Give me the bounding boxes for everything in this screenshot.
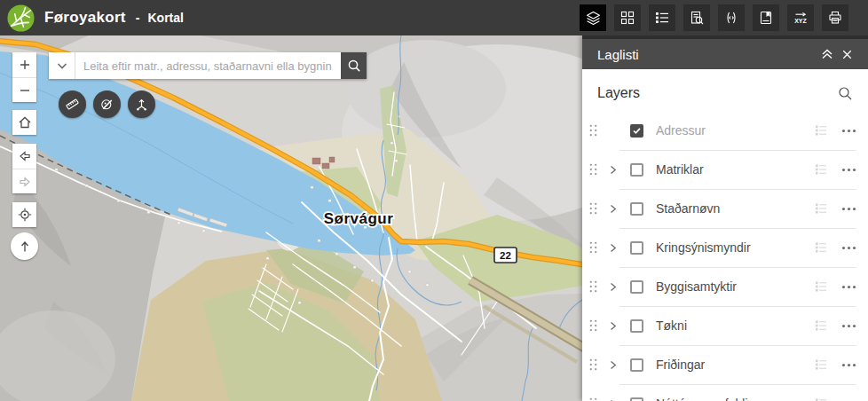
layer-options-button[interactable] bbox=[841, 246, 856, 250]
layer-legend-button[interactable] bbox=[815, 241, 827, 254]
layer-options-button[interactable] bbox=[841, 207, 856, 211]
layer-legend-button[interactable] bbox=[815, 358, 827, 371]
collapse-panel-button[interactable] bbox=[817, 44, 837, 64]
plus-icon bbox=[19, 59, 31, 71]
layer-label: Kringsýnismyndir bbox=[656, 240, 815, 255]
bookmarks-button[interactable] bbox=[753, 4, 779, 31]
legend-icon bbox=[815, 241, 827, 254]
north-arrow-icon bbox=[18, 240, 32, 254]
locate-icon bbox=[18, 208, 32, 222]
search-submit-button[interactable] bbox=[341, 52, 367, 79]
layer-search-button[interactable] bbox=[835, 83, 855, 103]
home-button[interactable] bbox=[12, 110, 36, 135]
drag-handle[interactable] bbox=[588, 162, 598, 177]
svg-text:XYZ: XYZ bbox=[794, 18, 807, 24]
layer-legend-button[interactable] bbox=[815, 163, 827, 176]
drag-handle[interactable] bbox=[588, 318, 598, 333]
legend-icon bbox=[815, 163, 827, 176]
legend-icon bbox=[815, 358, 827, 371]
layer-row: Kringsýnismyndir bbox=[582, 228, 868, 267]
close-panel-button[interactable] bbox=[837, 44, 856, 64]
layer-visibility-checkbox[interactable] bbox=[630, 202, 643, 216]
previous-extent-button[interactable] bbox=[12, 144, 36, 169]
layer-visibility-checkbox[interactable] bbox=[630, 319, 643, 333]
layer-visibility-checkbox[interactable] bbox=[630, 358, 643, 372]
print-button[interactable] bbox=[822, 4, 848, 31]
expand-layer-button[interactable] bbox=[610, 360, 618, 370]
next-extent-button[interactable] bbox=[12, 169, 36, 193]
search-source-dropdown[interactable] bbox=[49, 52, 75, 79]
swipe-button[interactable] bbox=[718, 4, 745, 31]
print-icon bbox=[828, 11, 842, 25]
basemap-gallery-button[interactable] bbox=[614, 4, 641, 31]
search-input[interactable] bbox=[75, 52, 341, 79]
layer-options-button[interactable] bbox=[841, 129, 856, 133]
ellipsis-icon bbox=[841, 324, 856, 328]
title-separator: - bbox=[136, 11, 140, 25]
locate-group bbox=[12, 202, 36, 227]
zoom-out-button[interactable] bbox=[12, 77, 36, 102]
layer-legend-button[interactable] bbox=[815, 124, 827, 137]
layer-row: Náttúrumargfeldi bbox=[582, 384, 868, 401]
layer-row: Friðingar bbox=[582, 345, 868, 384]
ellipsis-icon bbox=[841, 168, 856, 172]
layer-list: Adressur bbox=[582, 111, 868, 401]
close-icon bbox=[840, 48, 854, 61]
chevron-right-icon bbox=[610, 321, 617, 331]
expand-layer-button[interactable] bbox=[610, 165, 618, 175]
drag-handle[interactable] bbox=[588, 240, 598, 255]
layer-legend-button[interactable] bbox=[815, 280, 827, 293]
expand-layer-button[interactable] bbox=[610, 282, 618, 292]
layer-options-button[interactable] bbox=[841, 324, 856, 328]
layer-visibility-checkbox[interactable] bbox=[630, 163, 643, 177]
collapse-up-icon bbox=[820, 47, 834, 61]
svg-text:22: 22 bbox=[500, 250, 511, 261]
measure-button[interactable] bbox=[59, 90, 86, 118]
drag-handle[interactable] bbox=[588, 397, 598, 401]
layer-legend-button[interactable] bbox=[815, 319, 827, 332]
legend-icon bbox=[815, 319, 827, 332]
road-shield-22: 22 bbox=[494, 248, 517, 263]
map-tools bbox=[59, 90, 155, 118]
layer-options-button[interactable] bbox=[841, 363, 856, 367]
drag-handle[interactable] bbox=[588, 123, 598, 138]
locate-button[interactable] bbox=[12, 202, 36, 227]
expand-layer-button[interactable] bbox=[610, 126, 618, 136]
layer-visibility-checkbox[interactable] bbox=[630, 241, 643, 255]
legend-button[interactable] bbox=[649, 4, 675, 31]
layer-visibility-checkbox[interactable] bbox=[630, 397, 643, 401]
draw-button[interactable] bbox=[93, 90, 121, 118]
drag-handle[interactable] bbox=[588, 279, 598, 294]
layer-list-panel: Laglisti Layers bbox=[582, 35, 868, 401]
panel-title: Laglisti bbox=[597, 47, 639, 62]
arrow-right-icon bbox=[18, 175, 32, 189]
feature-search-button[interactable] bbox=[683, 4, 710, 31]
chevron-down-icon bbox=[56, 60, 68, 71]
layer-options-button[interactable] bbox=[841, 285, 856, 289]
layer-visibility-checkbox[interactable] bbox=[630, 280, 643, 294]
home-extent-group bbox=[12, 110, 36, 135]
legend-icon bbox=[815, 202, 827, 215]
drag-handle[interactable] bbox=[588, 201, 598, 216]
expand-layer-button[interactable] bbox=[610, 243, 618, 253]
extent-nav-controls bbox=[12, 144, 36, 193]
share-button[interactable] bbox=[128, 90, 155, 118]
north-arrow-button[interactable] bbox=[11, 232, 38, 260]
zoom-in-button[interactable] bbox=[12, 52, 36, 77]
layer-label: Byggisamtyktir bbox=[656, 279, 815, 294]
expand-layer-button[interactable] bbox=[610, 321, 618, 331]
ellipsis-icon bbox=[841, 246, 856, 250]
layer-list-button[interactable] bbox=[580, 4, 606, 31]
layer-label: Staðarnøvn bbox=[656, 201, 815, 216]
layer-options-button[interactable] bbox=[841, 168, 856, 172]
drag-handle[interactable] bbox=[588, 358, 598, 372]
ellipsis-icon bbox=[841, 207, 856, 211]
zoom-controls bbox=[12, 52, 36, 102]
layer-list-icon bbox=[586, 11, 601, 26]
layer-legend-button[interactable] bbox=[815, 397, 827, 401]
layer-label: Tøkni bbox=[656, 318, 815, 333]
coordinates-xyz-button[interactable]: XYZ bbox=[787, 4, 814, 31]
layer-legend-button[interactable] bbox=[815, 202, 827, 215]
expand-layer-button[interactable] bbox=[610, 204, 618, 214]
layer-visibility-checkbox[interactable] bbox=[630, 124, 643, 138]
